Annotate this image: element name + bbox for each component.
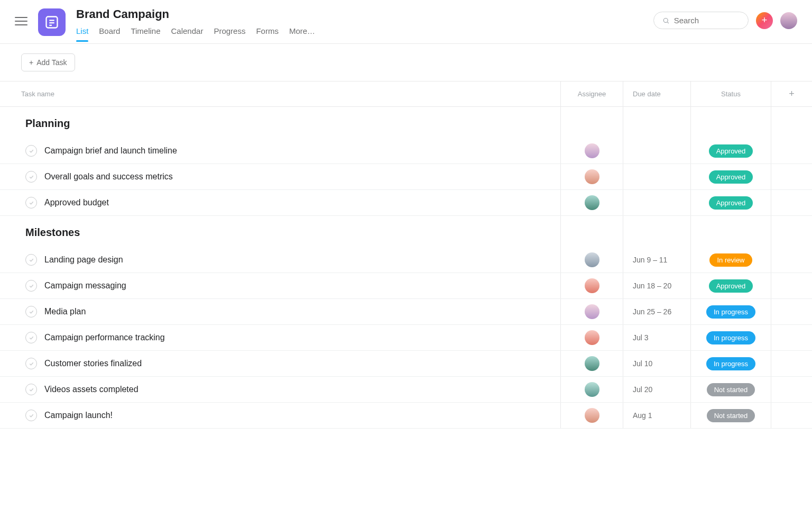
project-icon[interactable] [38,8,66,36]
search-input[interactable] [674,16,740,25]
tab-timeline[interactable]: Timeline [131,26,160,42]
task-cell[interactable]: Campaign brief and launch timeline [0,138,560,164]
task-row[interactable]: Campaign performance trackingJul 3In pro… [0,325,812,351]
status-badge[interactable]: Not started [707,409,755,422]
status-badge[interactable]: Approved [709,196,753,210]
due-date-cell[interactable]: Jun 9 – 11 [623,247,690,273]
task-row[interactable]: Overall goals and success metricsApprove… [0,164,812,190]
task-cell[interactable]: Customer stories finalized [0,351,560,376]
task-cell[interactable]: Videos assets completed [0,377,560,402]
complete-check-icon[interactable] [25,171,37,183]
assignee-cell[interactable] [560,351,623,376]
task-name: Media plan [44,307,86,316]
add-task-button[interactable]: + Add Task [21,53,75,71]
assignee-avatar[interactable] [585,330,599,345]
status-cell[interactable]: Approved [690,164,771,189]
status-badge[interactable]: Approved [709,279,753,293]
assignee-avatar[interactable] [585,143,599,158]
task-row[interactable]: Landing page designJun 9 – 11In review [0,247,812,273]
complete-check-icon[interactable] [25,332,37,343]
assignee-avatar[interactable] [585,304,599,319]
status-cell[interactable]: Approved [690,273,771,298]
status-cell[interactable]: Approved [690,138,771,164]
status-cell[interactable]: In progress [690,351,771,376]
tab-progress[interactable]: Progress [214,26,245,42]
assignee-cell[interactable] [560,403,623,428]
status-badge[interactable]: In progress [706,331,755,344]
status-badge[interactable]: Approved [709,170,753,184]
status-cell[interactable]: Not started [690,377,771,402]
task-row[interactable]: Approved budgetApproved [0,190,812,216]
assignee-avatar[interactable] [585,169,599,184]
task-row[interactable]: Campaign launch!Aug 1Not started [0,403,812,429]
assignee-cell[interactable] [560,325,623,350]
due-date-cell[interactable]: Jun 18 – 20 [623,273,690,298]
due-date-cell[interactable]: Jul 20 [623,377,690,402]
due-date-cell[interactable]: Jul 10 [623,351,690,376]
assignee-avatar[interactable] [585,278,599,293]
tab-list[interactable]: List [76,26,88,42]
tab-calendar[interactable]: Calendar [171,26,204,42]
task-row[interactable]: Media planJun 25 – 26In progress [0,299,812,325]
status-badge[interactable]: In review [709,253,752,267]
due-date-cell[interactable]: Jun 25 – 26 [623,299,690,324]
complete-check-icon[interactable] [25,410,37,421]
complete-check-icon[interactable] [25,358,37,369]
task-row[interactable]: Campaign messagingJun 18 – 20Approved [0,273,812,299]
due-date-cell[interactable] [623,138,690,164]
task-cell[interactable]: Landing page design [0,247,560,273]
due-date-cell[interactable] [623,190,690,215]
tab-more[interactable]: More… [289,26,315,42]
task-name: Campaign performance tracking [44,333,165,342]
assignee-avatar[interactable] [585,195,599,210]
assignee-cell[interactable] [560,273,623,298]
section-header[interactable]: Milestones [0,216,812,247]
col-header-assignee: Assignee [560,81,623,106]
user-avatar[interactable] [780,12,797,29]
assignee-avatar[interactable] [585,382,599,397]
assignee-cell[interactable] [560,377,623,402]
task-row[interactable]: Campaign brief and launch timelineApprov… [0,138,812,164]
task-row[interactable]: Videos assets completedJul 20Not started [0,377,812,403]
assignee-avatar[interactable] [585,408,599,423]
status-badge[interactable]: Approved [709,144,753,158]
assignee-cell[interactable] [560,190,623,215]
complete-check-icon[interactable] [25,145,37,157]
assignee-cell[interactable] [560,299,623,324]
add-column-button[interactable]: + [771,81,812,106]
status-cell[interactable]: In review [690,247,771,273]
task-cell[interactable]: Campaign performance tracking [0,325,560,350]
task-row[interactable]: Customer stories finalizedJul 10In progr… [0,351,812,377]
tab-forms[interactable]: Forms [256,26,279,42]
assignee-avatar[interactable] [585,252,599,267]
assignee-cell[interactable] [560,164,623,189]
due-date-cell[interactable]: Aug 1 [623,403,690,428]
status-badge[interactable]: In progress [706,357,755,370]
status-cell[interactable]: Approved [690,190,771,215]
complete-check-icon[interactable] [25,197,37,208]
due-date-cell[interactable]: Jul 3 [623,325,690,350]
complete-check-icon[interactable] [25,306,37,318]
global-add-button[interactable]: + [756,12,773,29]
status-badge[interactable]: In progress [706,305,755,319]
task-cell[interactable]: Campaign launch! [0,403,560,428]
search-box[interactable] [653,12,749,29]
status-cell[interactable]: In progress [690,299,771,324]
status-badge[interactable]: Not started [707,383,755,396]
tab-board[interactable]: Board [99,26,120,42]
task-cell[interactable]: Campaign messaging [0,273,560,298]
menu-toggle-icon[interactable] [15,15,27,28]
complete-check-icon[interactable] [25,384,37,395]
assignee-cell[interactable] [560,247,623,273]
complete-check-icon[interactable] [25,280,37,292]
task-cell[interactable]: Overall goals and success metrics [0,164,560,189]
section-header[interactable]: Planning [0,107,812,138]
status-cell[interactable]: In progress [690,325,771,350]
assignee-cell[interactable] [560,138,623,164]
assignee-avatar[interactable] [585,356,599,371]
complete-check-icon[interactable] [25,254,37,266]
task-cell[interactable]: Media plan [0,299,560,324]
status-cell[interactable]: Not started [690,403,771,428]
due-date-cell[interactable] [623,164,690,189]
task-cell[interactable]: Approved budget [0,190,560,215]
